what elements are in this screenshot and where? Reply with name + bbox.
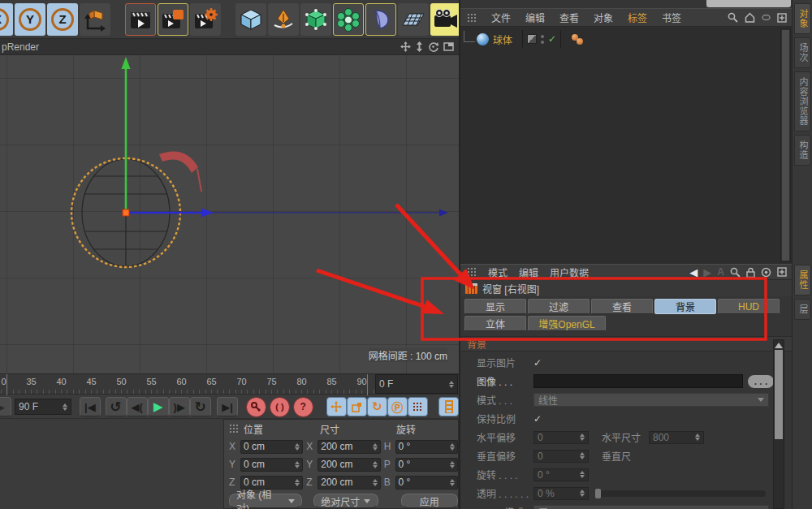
pos-y-field[interactable]: 0 cm [240, 458, 303, 472]
end-frame-field[interactable]: 0 F [375, 374, 458, 394]
size-y-field[interactable]: 200 cm [317, 458, 380, 472]
side-tab-layers[interactable]: 层 [794, 299, 811, 320]
render-view-button[interactable] [125, 3, 156, 36]
side-tab-attributes[interactable]: 属性 [794, 265, 811, 295]
panel-grip-icon[interactable] [467, 267, 477, 277]
size-x-field[interactable]: 200 cm [317, 440, 380, 454]
minimize-icon[interactable] [762, 13, 771, 22]
apply-button[interactable]: 应用 [401, 494, 458, 508]
menu-object[interactable]: 对象 [594, 11, 613, 24]
object-name[interactable]: 球体 [493, 32, 512, 46]
layer-icon[interactable] [527, 34, 537, 44]
render-settings-button[interactable] [190, 3, 221, 36]
add-camera-button[interactable] [430, 3, 461, 36]
scroll-up-icon[interactable] [775, 343, 783, 348]
size-mode-dropdown[interactable]: 绝对尺寸 [313, 494, 378, 508]
add-deformer-button[interactable] [365, 3, 396, 36]
size-z-field[interactable]: 200 cm [317, 476, 380, 490]
rot-h-field[interactable]: 0 ° [395, 440, 458, 454]
new-panel-icon[interactable] [777, 267, 787, 277]
rot-p-field[interactable]: 0 ° [395, 458, 458, 472]
rot-b-field[interactable]: 0 ° [395, 476, 458, 490]
tab-stereo[interactable]: 立体 [464, 316, 526, 331]
record-position-toggle[interactable] [326, 397, 347, 416]
object-row-sphere[interactable]: 球体 ✓ [460, 30, 793, 48]
v-offset-field[interactable]: 0 [533, 450, 589, 463]
tab-hud[interactable]: HUD [718, 299, 780, 314]
om-scrollbar[interactable] [780, 28, 791, 262]
transparency-slider[interactable] [595, 490, 766, 497]
current-frame-field[interactable]: 90 F [15, 399, 71, 415]
transparency-field[interactable]: 0 % [533, 487, 589, 500]
menu-tags[interactable]: 标签 [628, 11, 647, 24]
tab-filter[interactable]: 过滤 [528, 299, 590, 314]
add-spline-button[interactable] [268, 3, 299, 36]
add-floor-button[interactable] [398, 3, 429, 36]
tab-view[interactable]: 查看 [591, 299, 653, 314]
tab-display[interactable]: 显示 [464, 299, 526, 314]
menu-userdata[interactable]: 用户数据 [550, 265, 589, 279]
tab-background[interactable]: 背景 [654, 299, 716, 314]
z-axis-lock-button[interactable]: Z [47, 3, 78, 36]
pos-x-field[interactable]: 0 cm [240, 440, 303, 454]
browse-button[interactable]: . . . [748, 375, 774, 388]
rotate-handle[interactable] [159, 151, 198, 173]
side-tab-content-browser[interactable]: 内容浏览器 [794, 71, 811, 132]
coordinate-mode-dropdown[interactable]: 对象 (相对) [229, 494, 302, 508]
visibility-dots-icon[interactable] [541, 35, 544, 44]
goto-start-button[interactable]: |◀ [80, 397, 101, 416]
play-backwards-button[interactable]: ↺ [106, 397, 127, 416]
history-forward-icon[interactable]: ▶ [703, 266, 711, 278]
show-image-checkbox[interactable]: ✓ [533, 357, 542, 369]
h-size-field[interactable]: 800 [649, 431, 704, 444]
panel-grip-icon[interactable] [467, 13, 477, 23]
new-panel-icon[interactable] [777, 13, 787, 23]
alpha-mode-dropdown[interactable]: 无 [533, 505, 769, 509]
menu-edit2[interactable]: 编辑 [519, 265, 538, 279]
zoom-view-icon[interactable] [416, 41, 423, 52]
rotate-view-icon[interactable] [428, 41, 438, 52]
record-rotation-toggle[interactable]: ↻ [367, 397, 387, 416]
render-picture-viewer-button[interactable] [158, 3, 188, 36]
play-preview-button[interactable]: ▶ [0, 397, 11, 416]
menu-view[interactable]: 查看 [559, 11, 579, 24]
add-generator-button[interactable] [333, 3, 364, 36]
history-a-icon[interactable]: A [717, 266, 724, 278]
play-forwards-button[interactable]: ↻ [190, 397, 211, 416]
lock-icon[interactable] [746, 267, 755, 278]
add-subdivision-button[interactable] [300, 3, 331, 36]
menu-mode[interactable]: 模式 [488, 265, 508, 279]
menu-bookmarks[interactable]: 书签 [662, 11, 681, 24]
goto-end-button[interactable]: ▶| [217, 397, 238, 416]
history-back-icon[interactable]: ◀ [689, 266, 698, 278]
record-keyframe-button[interactable] [246, 397, 266, 417]
keyframe-selection-grid-button[interactable] [408, 397, 428, 416]
y-axis-lock-button[interactable]: Y [15, 3, 45, 36]
toggle-view-icon[interactable] [443, 42, 454, 51]
x-axis-lock-button[interactable]: X [0, 3, 13, 36]
previous-key-button[interactable]: ◀( [127, 397, 148, 416]
coordinate-system-button[interactable] [80, 3, 110, 36]
rotation-field[interactable]: 0 ° [533, 468, 589, 481]
scroll-thumb[interactable] [775, 350, 783, 439]
add-cube-button[interactable] [235, 3, 266, 36]
search-icon[interactable] [730, 267, 741, 278]
side-tab-structure[interactable]: 构造 [794, 135, 811, 166]
h-offset-field[interactable]: 0 [533, 431, 589, 444]
search-icon[interactable] [728, 12, 738, 23]
am-scrollbar[interactable] [773, 339, 784, 509]
record-scale-toggle[interactable] [347, 397, 367, 416]
phong-tag-icon[interactable] [572, 34, 583, 45]
record-parameter-toggle[interactable]: Ⓟ [387, 397, 408, 416]
menu-file[interactable]: 文件 [491, 11, 511, 24]
side-tab-objects[interactable]: 对象 [794, 3, 811, 34]
menu-edit[interactable]: 编辑 [525, 11, 545, 24]
play-button[interactable]: ▶ [148, 397, 169, 416]
pan-view-icon[interactable] [400, 41, 411, 52]
object-origin[interactable] [123, 209, 129, 216]
target-icon[interactable] [761, 267, 771, 278]
next-key-button[interactable]: )▶ [169, 397, 190, 416]
image-path-field[interactable] [533, 374, 743, 388]
spinner[interactable] [449, 381, 454, 388]
side-tab-takes[interactable]: 场次 [794, 37, 811, 68]
